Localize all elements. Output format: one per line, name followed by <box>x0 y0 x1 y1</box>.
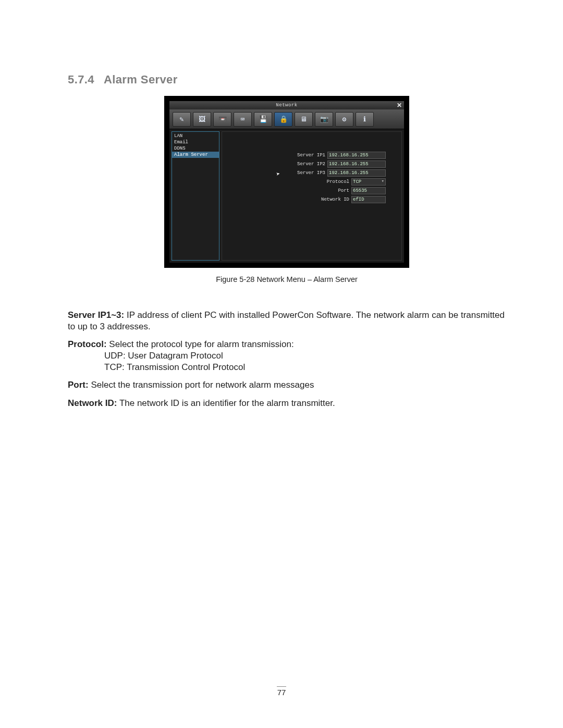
select-protocol[interactable]: TCP <box>351 178 386 186</box>
figure-caption: Figure 5-28 Network Menu – Alarm Server <box>68 275 506 283</box>
field-network-id[interactable]: efID <box>351 196 386 203</box>
sidebar-item-ddns[interactable]: DDNS <box>172 145 219 152</box>
toolbar-btn-7[interactable]: 📷 <box>315 112 333 127</box>
document-page: 5.7.4Alarm Server Network ✕ ✎ 🖼 📼 ⌨ 💾 🔒 … <box>0 0 563 728</box>
page-footer: 77 <box>0 686 563 697</box>
text-port: Select the transmission port for network… <box>89 380 314 390</box>
toolbar: ✎ 🖼 📼 ⌨ 💾 🔒 🖥 📷 ⚙ ℹ <box>169 110 404 129</box>
label-protocol: Protocol <box>327 179 349 184</box>
toolbar-btn-3[interactable]: ⌨ <box>234 112 252 127</box>
bold-port: Port: <box>68 380 89 390</box>
field-server-ip1[interactable]: 192.168.16.255 <box>327 152 386 159</box>
footer-rule <box>277 686 286 687</box>
row-server-ip1: Server IP1 192.168.16.255 <box>222 152 386 159</box>
form-panel: ➤ Server IP1 192.168.16.255 Server IP2 1… <box>222 131 402 261</box>
para-protocol-udp: UDP: User Datagram Protocol <box>68 350 506 362</box>
label-server-ip2: Server IP2 <box>297 162 325 167</box>
row-server-ip3: Server IP3 192.168.16.255 <box>222 169 386 177</box>
para-protocol: Protocol: Select the protocol type for a… <box>68 339 506 350</box>
field-server-ip3[interactable]: 192.168.16.255 <box>327 169 386 177</box>
bold-network-id: Network ID: <box>68 398 117 408</box>
row-network-id: Network ID efID <box>222 196 386 203</box>
screenshot-figure: Network ✕ ✎ 🖼 📼 ⌨ 💾 🔒 🖥 📷 ⚙ ℹ LAN Email <box>164 96 409 268</box>
toolbar-btn-8[interactable]: ⚙ <box>335 112 353 127</box>
window-content: LAN Email DDNS Alarm Server ➤ Server IP1… <box>169 129 404 263</box>
section-heading: 5.7.4Alarm Server <box>68 73 506 87</box>
row-server-ip2: Server IP2 192.168.16.255 <box>222 161 386 168</box>
page-number: 77 <box>277 688 286 697</box>
toolbar-btn-0[interactable]: ✎ <box>173 112 191 127</box>
toolbar-btn-2[interactable]: 📼 <box>213 112 231 127</box>
toolbar-btn-6[interactable]: 🖥 <box>295 112 313 127</box>
label-network-id: Network ID <box>321 197 349 202</box>
sidebar: LAN Email DDNS Alarm Server <box>172 131 219 261</box>
toolbar-btn-9[interactable]: ℹ <box>356 112 374 127</box>
para-network-id: Network ID: The network ID is an identif… <box>68 398 506 409</box>
sidebar-item-alarmserver[interactable]: Alarm Server <box>172 152 219 158</box>
section-title: Alarm Server <box>104 73 178 86</box>
label-server-ip1: Server IP1 <box>297 153 325 158</box>
toolbar-btn-5[interactable]: 🔒 <box>274 112 292 127</box>
sidebar-item-lan[interactable]: LAN <box>172 133 219 139</box>
text-server-ip: IP address of client PC with installed P… <box>68 310 505 331</box>
close-icon[interactable]: ✕ <box>397 101 402 109</box>
toolbar-btn-1[interactable]: 🖼 <box>193 112 211 127</box>
network-window: Network ✕ ✎ 🖼 📼 ⌨ 💾 🔒 🖥 📷 ⚙ ℹ LAN Email <box>169 101 404 263</box>
body-text: Server IP1~3: IP address of client PC wi… <box>68 310 506 409</box>
sidebar-item-email[interactable]: Email <box>172 139 219 145</box>
bold-server-ip: Server IP1~3: <box>68 310 124 320</box>
text-network-id: The network ID is an identifier for the … <box>117 398 335 408</box>
para-server-ip: Server IP1~3: IP address of client PC wi… <box>68 310 506 332</box>
para-protocol-tcp: TCP: Transmission Control Protocol <box>68 362 506 373</box>
window-title: Network <box>276 103 297 108</box>
row-protocol: Protocol TCP <box>222 178 386 186</box>
row-port: Port 65535 <box>222 187 386 194</box>
para-port: Port: Select the transmission port for n… <box>68 379 506 391</box>
bold-protocol: Protocol: <box>68 339 107 349</box>
field-server-ip2[interactable]: 192.168.16.255 <box>327 161 386 168</box>
label-port: Port <box>338 188 349 193</box>
section-number: 5.7.4 <box>68 73 94 86</box>
label-server-ip3: Server IP3 <box>297 170 325 176</box>
field-port[interactable]: 65535 <box>351 187 386 194</box>
toolbar-btn-4[interactable]: 💾 <box>254 112 272 127</box>
text-protocol: Select the protocol type for alarm trans… <box>107 339 294 349</box>
window-titlebar: Network ✕ <box>169 101 404 110</box>
